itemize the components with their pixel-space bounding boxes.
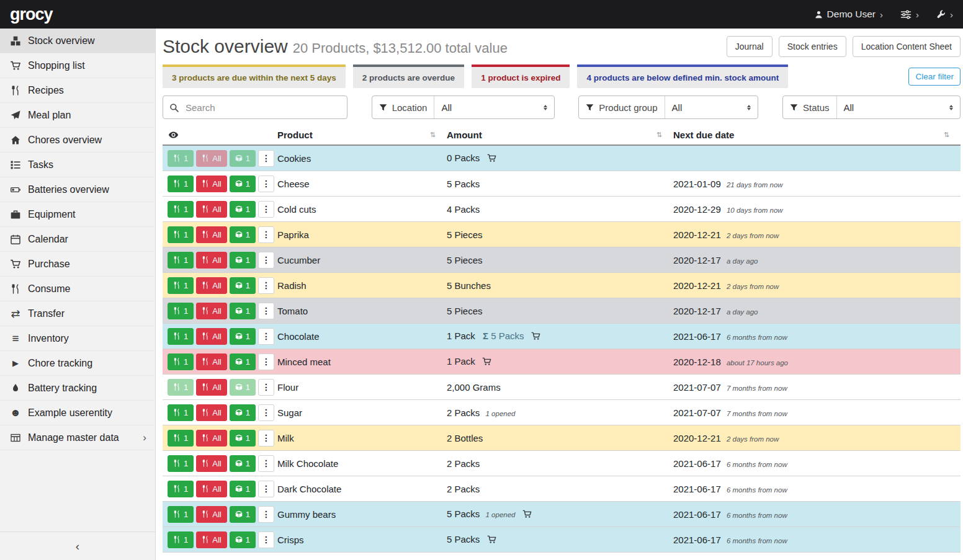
row-menu-button[interactable]: ⋮ [258, 150, 274, 167]
open-one-button[interactable]: 1 [230, 252, 256, 269]
row-menu-button[interactable]: ⋮ [258, 303, 274, 319]
sidebar-item-battery-tracking[interactable]: Battery tracking [0, 376, 155, 401]
product-name[interactable]: Sugar [277, 407, 447, 418]
sidebar-collapse-button[interactable]: ‹ [0, 531, 155, 560]
row-menu-button[interactable]: ⋮ [258, 226, 274, 243]
row-menu-button[interactable]: ⋮ [258, 201, 274, 218]
consume-all-button[interactable]: All [196, 150, 226, 167]
consume-all-button[interactable]: All [196, 303, 226, 319]
consume-all-button[interactable]: All [196, 430, 226, 447]
row-menu-button[interactable]: ⋮ [258, 252, 274, 269]
stock-entries-button[interactable]: Stock entries [779, 36, 846, 57]
search-input[interactable] [184, 102, 341, 113]
consume-all-button[interactable]: All [196, 277, 226, 294]
row-menu-button[interactable]: ⋮ [258, 506, 274, 523]
consume-one-button[interactable]: 1 [168, 379, 194, 396]
open-one-button[interactable]: 1 [230, 328, 256, 345]
product-name[interactable]: Minced meat [277, 357, 447, 367]
sidebar-item-stock-overview[interactable]: Stock overview [0, 29, 155, 53]
product-name[interactable]: Cookies [277, 153, 447, 164]
sidebar-item-chores-overview[interactable]: Chores overview [0, 128, 155, 153]
eye-icon[interactable] [168, 130, 179, 140]
open-one-button[interactable]: 1 [230, 379, 256, 396]
open-one-button[interactable]: 1 [230, 531, 256, 548]
product-name[interactable]: Radish [277, 280, 447, 291]
sidebar-item-batteries-overview[interactable]: Batteries overview [0, 177, 155, 202]
open-one-button[interactable]: 1 [230, 481, 256, 497]
consume-all-button[interactable]: All [196, 353, 226, 370]
admin-menu[interactable]: › [936, 10, 953, 19]
consume-one-button[interactable]: 1 [168, 226, 194, 243]
sidebar-item-recipes[interactable]: Recipes [0, 78, 155, 103]
sidebar-item-inventory[interactable]: ≡ Inventory [0, 326, 155, 351]
open-one-button[interactable]: 1 [230, 277, 256, 294]
consume-one-button[interactable]: 1 [168, 455, 194, 472]
product-name[interactable]: Crisps [277, 535, 447, 545]
sidebar-item-calendar[interactable]: Calendar [0, 227, 155, 252]
user-menu[interactable]: Demo User › [815, 9, 883, 20]
consume-one-button[interactable]: 1 [168, 506, 194, 523]
row-menu-button[interactable]: ⋮ [258, 531, 274, 548]
open-one-button[interactable]: 1 [230, 506, 256, 523]
product-name[interactable]: Tomato [277, 306, 447, 316]
sidebar-item-tasks[interactable]: Tasks [0, 153, 155, 177]
product-name[interactable]: Cucumber [277, 255, 447, 265]
open-one-button[interactable]: 1 [230, 150, 256, 167]
column-header-product[interactable]: Product ⇅ [277, 130, 447, 140]
consume-all-button[interactable]: All [196, 252, 226, 269]
open-one-button[interactable]: 1 [230, 176, 256, 192]
consume-one-button[interactable]: 1 [168, 531, 194, 548]
row-menu-button[interactable]: ⋮ [258, 176, 274, 192]
product-name[interactable]: Cold cuts [277, 204, 447, 215]
product-name[interactable]: Paprika [277, 229, 447, 240]
open-one-button[interactable]: 1 [230, 226, 256, 243]
consume-one-button[interactable]: 1 [168, 404, 194, 421]
settings-menu[interactable]: › [900, 10, 919, 19]
consume-all-button[interactable]: All [196, 404, 226, 421]
column-header-next-due-date[interactable]: Next due date ⇅ [673, 130, 961, 140]
row-menu-button[interactable]: ⋮ [258, 430, 274, 447]
sidebar-item-equipment[interactable]: Equipment [0, 202, 155, 227]
product-name[interactable]: Milk Chocolate [277, 458, 447, 469]
sidebar-item-example-userentity[interactable]: ☻ Example userentity [0, 401, 155, 425]
open-one-button[interactable]: 1 [230, 455, 256, 472]
row-menu-button[interactable]: ⋮ [258, 404, 274, 421]
consume-all-button[interactable]: All [196, 328, 226, 345]
row-menu-button[interactable]: ⋮ [258, 277, 274, 294]
product-name[interactable]: Dark Chocolate [277, 484, 447, 494]
sidebar-item-purchase[interactable]: Purchase [0, 252, 155, 277]
row-menu-button[interactable]: ⋮ [258, 379, 274, 396]
consume-one-button[interactable]: 1 [168, 201, 194, 218]
consume-one-button[interactable]: 1 [168, 303, 194, 319]
consume-all-button[interactable]: All [196, 379, 226, 396]
consume-one-button[interactable]: 1 [168, 353, 194, 370]
status-banner-warning[interactable]: 3 products are due within the next 5 day… [163, 64, 346, 88]
status-banner-danger[interactable]: 1 product is expired [472, 64, 570, 88]
product-group-select[interactable]: All [665, 96, 758, 118]
consume-all-button[interactable]: All [196, 531, 226, 548]
open-one-button[interactable]: 1 [230, 430, 256, 447]
product-name[interactable]: Milk [277, 433, 447, 443]
product-name[interactable]: Flour [277, 382, 447, 393]
journal-button[interactable]: Journal [727, 36, 773, 57]
consume-all-button[interactable]: All [196, 481, 226, 497]
consume-all-button[interactable]: All [196, 201, 226, 218]
product-name[interactable]: Gummy bears [277, 509, 447, 520]
consume-one-button[interactable]: 1 [168, 328, 194, 345]
open-one-button[interactable]: 1 [230, 201, 256, 218]
product-name[interactable]: Chocolate [277, 331, 447, 342]
row-menu-button[interactable]: ⋮ [258, 481, 274, 497]
open-one-button[interactable]: 1 [230, 303, 256, 319]
clear-filter-button[interactable]: Clear filter [908, 68, 961, 86]
column-header-amount[interactable]: Amount ⇅ [447, 130, 673, 140]
sidebar-item-consume[interactable]: Consume [0, 277, 155, 301]
consume-all-button[interactable]: All [196, 506, 226, 523]
open-one-button[interactable]: 1 [230, 353, 256, 370]
product-name[interactable]: Cheese [277, 179, 447, 189]
consume-one-button[interactable]: 1 [168, 277, 194, 294]
sidebar-item-manage-master-data[interactable]: Manage master data › [0, 425, 155, 450]
consume-one-button[interactable]: 1 [168, 176, 194, 192]
consume-one-button[interactable]: 1 [168, 481, 194, 497]
location-select[interactable]: All [434, 96, 553, 118]
consume-one-button[interactable]: 1 [168, 430, 194, 447]
